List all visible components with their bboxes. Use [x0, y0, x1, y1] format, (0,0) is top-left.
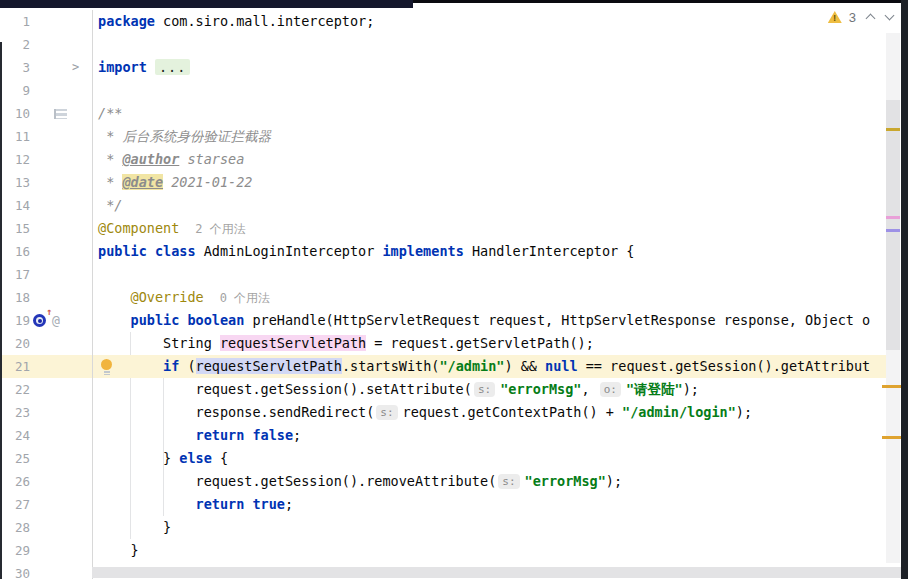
line-number[interactable]: 25 [0, 447, 30, 470]
code-line-23[interactable]: 23 response.sendRedirect(s:request.getCo… [0, 401, 886, 424]
gutter: 20 [0, 332, 92, 355]
code-line-19[interactable]: 19↑@ public boolean preHandle(HttpServle… [0, 309, 886, 332]
token-pln: } [98, 542, 139, 558]
code-text[interactable]: */ [92, 194, 886, 217]
code-text[interactable]: } else { [92, 447, 886, 470]
token-pln: String [98, 335, 220, 351]
error-stripe-mark[interactable] [882, 436, 902, 439]
code-line-26[interactable]: 26 request.getSession().removeAttribute(… [0, 470, 886, 493]
code-text[interactable] [92, 263, 886, 286]
code-text[interactable] [92, 79, 886, 102]
line-number[interactable]: 14 [0, 194, 30, 217]
code-line-15[interactable]: 15@Component2 个用法 [0, 217, 886, 240]
intention-bulb-icon[interactable] [101, 359, 112, 370]
code-line-18[interactable]: 18 @Override0 个用法 [0, 286, 886, 309]
line-number[interactable]: 9 [0, 79, 30, 102]
code-text[interactable]: @Component2 个用法 [92, 217, 886, 240]
prev-problem-button[interactable] [867, 13, 875, 21]
code-line-9[interactable]: 9 [0, 79, 886, 102]
code-line-28[interactable]: 28 } [0, 516, 886, 539]
next-problem-button[interactable] [886, 13, 894, 21]
line-number[interactable]: 28 [0, 516, 30, 539]
code-line-13[interactable]: 13 * @date 2021-01-22 [0, 171, 886, 194]
line-number[interactable]: 11 [0, 125, 30, 148]
line-number[interactable]: 23 [0, 401, 30, 424]
error-stripe-mark[interactable] [886, 216, 900, 219]
line-number[interactable]: 24 [0, 424, 30, 447]
code-text[interactable]: /** [92, 102, 886, 125]
code-text[interactable]: * @date 2021-01-22 [92, 171, 886, 194]
line-number[interactable]: 10 [0, 102, 30, 125]
line-number[interactable]: 2 [0, 33, 30, 56]
token-pln: { [212, 450, 228, 466]
code-line-14[interactable]: 14 */ [0, 194, 886, 217]
code-text[interactable]: if (requestServletPath.startsWith("/admi… [92, 355, 886, 378]
line-number[interactable]: 17 [0, 263, 30, 286]
vertical-scrollbar-thumb[interactable] [886, 100, 900, 350]
code-text[interactable]: request.getSession().setAttribute(s:"err… [92, 378, 886, 401]
code-line-10[interactable]: 10/** [0, 102, 886, 125]
line-number[interactable]: 19 [0, 309, 30, 332]
horizontal-scrollbar[interactable] [92, 567, 901, 578]
code-line-1[interactable]: 1package com.siro.mall.interceptor; [0, 10, 886, 33]
token-cmt: starsea [179, 151, 244, 167]
line-number[interactable]: 18 [0, 286, 30, 309]
error-stripe-mark[interactable] [882, 385, 902, 388]
code-line-3[interactable]: 3>import ... [0, 56, 886, 79]
code-line-24[interactable]: 24 return false; [0, 424, 886, 447]
code-line-17[interactable]: 17 [0, 263, 886, 286]
inspections-widget[interactable]: ! 3 [828, 8, 894, 26]
code-text[interactable]: return false; [92, 424, 886, 447]
line-number[interactable]: 16 [0, 240, 30, 263]
code-line-21[interactable]: 21 if (requestServletPath.startsWith("/a… [0, 355, 886, 378]
code-text[interactable]: return true; [92, 493, 886, 516]
code-text[interactable]: package com.siro.mall.interceptor; [92, 10, 886, 33]
token-kw: return false [196, 427, 294, 443]
gutter: 26 [0, 470, 92, 493]
annotation-gutter-icon[interactable]: @ [52, 309, 60, 332]
error-stripe-mark[interactable] [886, 229, 900, 232]
line-number[interactable]: 29 [0, 539, 30, 562]
code-line-27[interactable]: 27 return true; [0, 493, 886, 516]
line-number[interactable]: 3 [0, 56, 30, 79]
gutter: 14 [0, 194, 92, 217]
line-number[interactable]: 26 [0, 470, 30, 493]
line-number[interactable]: 20 [0, 332, 30, 355]
error-stripe-mark[interactable] [886, 128, 900, 131]
code-text[interactable]: * @author starsea [92, 148, 886, 171]
code-line-22[interactable]: 22 request.getSession().setAttribute(s:"… [0, 378, 886, 401]
code-text[interactable] [92, 33, 886, 56]
code-text[interactable]: } [92, 539, 886, 562]
line-number[interactable]: 30 [0, 562, 30, 579]
code-line-11[interactable]: 11 * 后台系统身份验证拦截器 [0, 125, 886, 148]
code-text[interactable]: String requestServletPath = request.getS… [92, 332, 886, 355]
warning-triangle-icon: ! [828, 11, 842, 23]
line-number[interactable]: 21 [0, 355, 30, 378]
overriding-method-icon[interactable]: ↑ [33, 314, 46, 327]
code-text[interactable]: import ... [92, 56, 886, 79]
code-text[interactable]: request.getSession().removeAttribute(s:"… [92, 470, 886, 493]
gutter: 28 [0, 516, 92, 539]
code-line-25[interactable]: 25 } else { [0, 447, 886, 470]
code-line-12[interactable]: 12 * @author starsea [0, 148, 886, 171]
code-text[interactable]: public boolean preHandle(HttpServletRequ… [92, 309, 886, 332]
code-text[interactable]: @Override0 个用法 [92, 286, 886, 309]
fold-chevron-icon[interactable]: > [72, 56, 79, 79]
code-line-2[interactable]: 2 [0, 33, 886, 56]
line-number[interactable]: 12 [0, 148, 30, 171]
code-line-16[interactable]: 16public class AdminLoginInterceptor imp… [0, 240, 886, 263]
line-number[interactable]: 22 [0, 378, 30, 401]
code-text[interactable]: public class AdminLoginInterceptor imple… [92, 240, 886, 263]
javadoc-gutter-icon[interactable] [54, 109, 67, 119]
code-line-29[interactable]: 29 } [0, 539, 886, 562]
token-pln: request.getSession().setAttribute( [98, 381, 472, 397]
code-text[interactable]: response.sendRedirect(s:request.getConte… [92, 401, 886, 424]
line-number[interactable]: 15 [0, 217, 30, 240]
code-text[interactable]: * 后台系统身份验证拦截器 [92, 125, 886, 148]
line-number[interactable]: 13 [0, 171, 30, 194]
code-text[interactable]: } [92, 516, 886, 539]
line-number[interactable]: 27 [0, 493, 30, 516]
code-line-20[interactable]: 20 String requestServletPath = request.g… [0, 332, 886, 355]
token-pln: request.getContextPath() + [403, 404, 622, 420]
line-number[interactable]: 1 [0, 10, 30, 33]
